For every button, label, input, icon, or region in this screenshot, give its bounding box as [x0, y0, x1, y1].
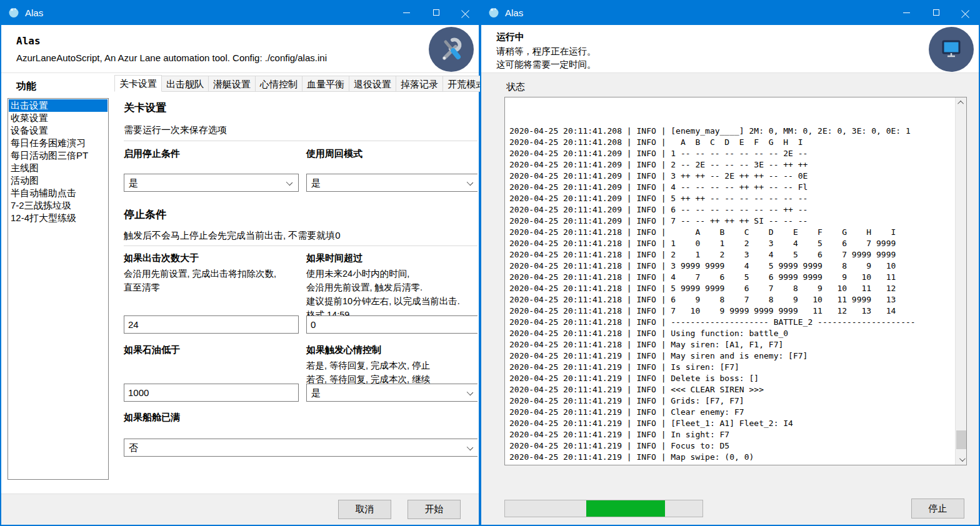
log-line: 2020-04-25 20:11:41.218 | INFO | A B C D… [509, 227, 954, 238]
count-gt-label: 如果出击次数大于 [124, 252, 199, 264]
app-subtitle: AzurLaneAutoScript, An Azur Lane automat… [16, 52, 327, 63]
log-scrollbar[interactable] [955, 97, 966, 465]
scrollbar-thumb[interactable] [956, 430, 966, 449]
function-list-item[interactable]: 主线图 [9, 162, 108, 174]
divider [124, 246, 478, 246]
app-header: Alas AzurLaneAutoScript, An Azur Lane au… [1, 25, 479, 73]
log-line: 2020-04-25 20:11:41.219 | INFO | Focus t… [509, 440, 954, 452]
chevron-up-icon [958, 101, 964, 107]
log-line: 2020-04-25 20:11:41.218 | INFO | 4 7 6 5… [509, 272, 954, 283]
enable-stop-label: 启用停止条件 [124, 148, 180, 160]
minimize-button[interactable] [892, 0, 921, 25]
loop-mode-label: 使用周回模式 [306, 148, 362, 160]
settings-tab[interactable]: 关卡设置 [114, 75, 162, 92]
log-line: 2020-04-25 20:11:41.208 | INFO | A B C D… [509, 137, 954, 148]
screen: Alas Alas AzurLaneAutoScript, An Azur La… [0, 0, 980, 526]
enable-stop-value: 是 [129, 177, 138, 188]
count-gt-input[interactable] [124, 315, 299, 334]
settings-tab[interactable]: 血量平衡 [302, 76, 349, 92]
oil-below-input[interactable] [124, 384, 299, 402]
settings-tab[interactable]: 掉落记录 [396, 76, 443, 92]
status-label: 状态 [506, 81, 525, 93]
loop-mode-value: 是 [311, 177, 321, 188]
log-line: 2020-04-25 20:11:41.209 | INFO | 7 -- --… [509, 216, 954, 227]
maximize-icon [933, 9, 939, 16]
progress-bar [504, 500, 703, 517]
chevron-down-icon [286, 179, 292, 186]
scroll-up-button[interactable] [956, 97, 967, 108]
function-list-item[interactable]: 12-4打大型练级 [9, 212, 108, 224]
log-line: 2020-04-25 20:11:41.219 | INFO | Delete … [509, 373, 954, 384]
settings-tab[interactable]: 出击舰队 [162, 76, 209, 92]
chevron-down-icon [467, 179, 473, 186]
log-line: 2020-04-25 20:11:41.695 | INFO | Convert… [509, 463, 954, 465]
log-line: 2020-04-25 20:11:41.219 | INFO | Grids: … [509, 395, 954, 407]
log-line: 2020-04-25 20:11:41.209 | INFO | 4 -- --… [509, 182, 954, 193]
progress-chunk [586, 500, 665, 517]
scroll-down-button[interactable] [956, 454, 967, 465]
status-title: 运行中 [496, 31, 524, 43]
time-over-help: 使用未来24小时内的时间, 会沿用先前设置, 触发后清零. 建议提前10分钟左右… [306, 267, 478, 322]
loop-mode-select[interactable]: 是 [306, 174, 478, 192]
close-icon [961, 9, 969, 17]
start-button[interactable]: 开始 [408, 500, 461, 519]
log-line: 2020-04-25 20:11:41.209 | INFO | 5 ++ ++… [509, 193, 954, 204]
panel-subtitle: 需要运行一次来保存选项 [124, 124, 227, 136]
function-list-item[interactable]: 出击设置 [9, 99, 108, 112]
dock-full-value: 否 [129, 442, 138, 453]
log-line: 2020-04-25 20:11:41.219 | INFO | Clear e… [509, 407, 954, 418]
function-list-item[interactable]: 7-2三战拣垃圾 [9, 199, 108, 212]
time-over-label: 如果时间超过 [306, 252, 362, 264]
log-line: 2020-04-25 20:11:41.208 | INFO | [enemy_… [509, 126, 954, 137]
function-list-item[interactable]: 活动图 [9, 174, 108, 187]
function-list-item[interactable]: 设备设置 [9, 124, 108, 137]
enable-stop-select[interactable]: 是 [124, 174, 299, 192]
sidebar-label: 功能 [16, 80, 36, 93]
function-list: 出击设置收菜设置设备设置每日任务困难演习每日活动图三倍PT主线图活动图半自动辅助… [8, 98, 109, 480]
log-line: 2020-04-25 20:11:41.219 | INFO | Map swi… [509, 452, 954, 463]
close-button[interactable] [451, 0, 480, 25]
tools-badge [429, 27, 474, 72]
dock-full-label: 如果船舱已满 [124, 412, 180, 424]
settings-tab[interactable]: 心情控制 [256, 76, 302, 92]
stop-section-title: 停止条件 [124, 207, 166, 222]
settings-tab[interactable]: 潜艇设置 [209, 76, 256, 92]
log-line: 2020-04-25 20:11:41.218 | INFO | 6 9 8 7… [509, 294, 954, 305]
stop-section-subtitle: 触发后不会马上停止会先完成当前出击, 不需要就填0 [124, 230, 341, 242]
log-line: 2020-04-25 20:11:41.218 | INFO | 7 10 9 … [509, 305, 954, 317]
function-list-item[interactable]: 收菜设置 [9, 112, 108, 124]
log-lines: 2020-04-25 20:11:41.208 | INFO | [enemy_… [509, 97, 954, 465]
log-line: 2020-04-25 20:11:41.218 | INFO | 1 0 1 2… [509, 238, 954, 249]
maximize-button[interactable] [921, 0, 951, 25]
emotion-select[interactable]: 是 [306, 384, 478, 402]
maximize-icon [433, 9, 439, 16]
maximize-button[interactable] [421, 0, 451, 25]
function-list-item[interactable]: 每日任务困难演习 [9, 137, 108, 149]
log-line: 2020-04-25 20:11:41.219 | INFO | <<< CLE… [509, 384, 954, 395]
log-box[interactable]: 2020-04-25 20:11:41.208 | INFO | [enemy_… [504, 97, 967, 465]
log-line: 2020-04-25 20:11:41.218 | INFO | Using f… [509, 328, 954, 339]
close-button[interactable] [951, 0, 980, 25]
stop-button[interactable]: 停止 [911, 499, 964, 519]
minimize-button[interactable] [392, 0, 421, 25]
time-over-input[interactable] [306, 315, 478, 334]
minimize-icon [903, 12, 910, 13]
settings-tab[interactable]: 退役设置 [349, 76, 396, 92]
log-line: 2020-04-25 20:11:41.209 | INFO | 1 -- --… [509, 148, 954, 159]
emotion-value: 是 [311, 387, 321, 398]
function-list-item[interactable]: 半自动辅助点击 [9, 187, 108, 199]
emotion-help: 若是, 等待回复, 完成本次, 停止 若否, 等待回复, 完成本次, 继续 [306, 359, 478, 386]
emotion-label: 如果触发心情控制 [306, 344, 381, 356]
divider [124, 141, 478, 141]
chevron-down-icon [467, 444, 473, 450]
log-line: 2020-04-25 20:11:41.218 | INFO | 5 9999 … [509, 283, 954, 294]
window-settings: Alas Alas AzurLaneAutoScript, An Azur La… [0, 0, 480, 526]
window-status: Alas 运行中 请稍等，程序正在运行。 这可能将需要一定时间。 状态 [480, 0, 980, 526]
log-line: 2020-04-25 20:11:41.209 | INFO | 3 ++ ++… [509, 171, 954, 182]
function-list-item[interactable]: 每日活动图三倍PT [9, 149, 108, 162]
cancel-button[interactable]: 取消 [338, 500, 391, 519]
log-line: 2020-04-25 20:11:41.219 | INFO | Is sire… [509, 362, 954, 373]
dock-full-select[interactable]: 否 [124, 439, 478, 457]
app-logo-icon [488, 7, 499, 18]
app-title: Alas [16, 35, 41, 47]
